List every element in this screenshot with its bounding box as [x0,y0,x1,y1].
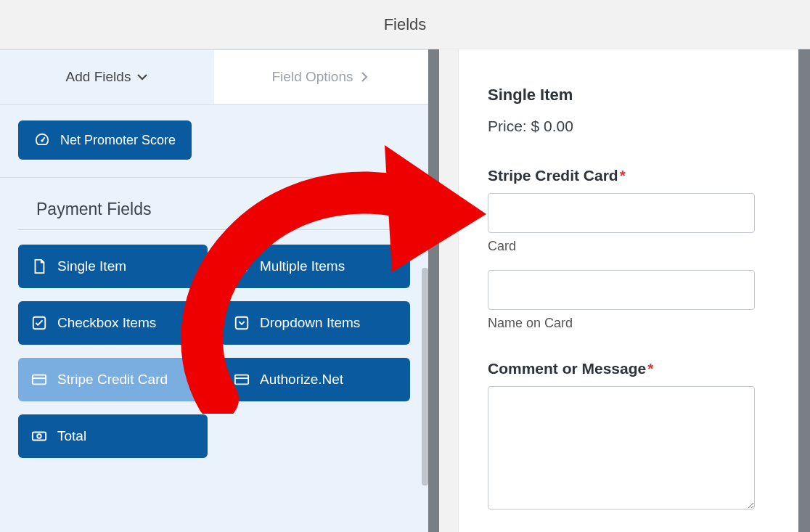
file-icon [31,258,47,274]
sidebar-scrollbar[interactable] [422,50,428,532]
checkbox-icon [31,315,47,331]
section-title: Payment Fields [36,200,152,219]
name-on-card-sublabel: Name on Card [488,316,769,331]
svg-point-6 [37,434,41,438]
chevron-right-icon [359,71,370,83]
required-asterisk: * [647,360,653,377]
button-label: Dropdown Items [260,315,360,331]
card-input[interactable] [488,193,755,233]
chevron-down-icon [379,203,392,216]
multiple-items-button[interactable]: Multiple Items [221,245,410,288]
credit-card-icon [234,372,250,388]
button-label: Multiple Items [260,258,345,274]
net-promoter-score-button[interactable]: Net Promoter Score [18,120,192,160]
dashboard-icon [34,132,50,148]
stripe-credit-card-button[interactable]: Stripe Credit Card [18,358,208,401]
stripe-cc-label: Stripe Credit Card* [488,167,769,184]
button-label: Stripe Credit Card [57,372,168,388]
price-line: Price: $ 0.00 [488,118,769,135]
price-value: $ 0.00 [531,118,573,134]
tab-field-options[interactable]: Field Options [214,50,428,104]
button-label: Total [57,428,86,444]
form-preview: Single Item Price: $ 0.00 Stripe Credit … [458,49,798,532]
svg-rect-5 [33,433,46,441]
comment-textarea[interactable] [488,386,755,510]
single-item-button[interactable]: Single Item [18,245,208,288]
main-layout: Add Fields Field Options Net Promoter Sc… [0,49,810,532]
chevron-down-icon [136,71,148,83]
sidebar: Add Fields Field Options Net Promoter Sc… [0,49,428,532]
dropdown-icon [234,315,250,331]
svg-rect-4 [235,375,248,385]
divider-strip [428,49,439,532]
page-title: Fields [384,15,427,34]
authorize-net-button[interactable]: Authorize.Net [221,358,410,401]
scroll-thumb[interactable] [422,268,428,486]
name-on-card-input[interactable] [488,270,755,310]
money-icon [31,428,47,444]
sidebar-tabs: Add Fields Field Options [0,50,428,105]
credit-card-icon [31,372,47,388]
list-icon [234,258,250,274]
nps-section: Net Promoter Score [0,105,428,167]
label-text: Comment or Message [488,360,646,377]
right-strip [798,49,810,532]
payment-fields-header[interactable]: Payment Fields [18,178,410,230]
price-label: Price: [488,118,527,134]
tab-label: Field Options [272,69,353,85]
comment-label: Comment or Message* [488,360,769,377]
svg-point-0 [41,139,43,142]
checkbox-items-button[interactable]: Checkbox Items [18,301,208,345]
tab-label: Add Fields [66,69,131,85]
total-button[interactable]: Total [18,414,208,458]
button-label: Checkbox Items [57,315,156,331]
gap-strip [439,49,458,532]
payment-fields-section: Payment Fields Single Item Multiple Item… [0,177,428,465]
top-bar: Fields [0,0,810,49]
tab-add-fields[interactable]: Add Fields [0,50,214,104]
required-asterisk: * [620,167,626,184]
button-label: Single Item [57,258,126,274]
svg-rect-2 [236,317,248,330]
dropdown-items-button[interactable]: Dropdown Items [221,301,410,345]
svg-rect-3 [33,375,46,385]
label-text: Stripe Credit Card [488,167,618,184]
single-item-heading: Single Item [488,86,769,105]
payment-fields-grid: Single Item Multiple Items Checkbox Item… [0,230,428,465]
button-label: Net Promoter Score [60,133,176,148]
button-label: Authorize.Net [260,372,343,388]
card-sublabel: Card [488,239,769,254]
